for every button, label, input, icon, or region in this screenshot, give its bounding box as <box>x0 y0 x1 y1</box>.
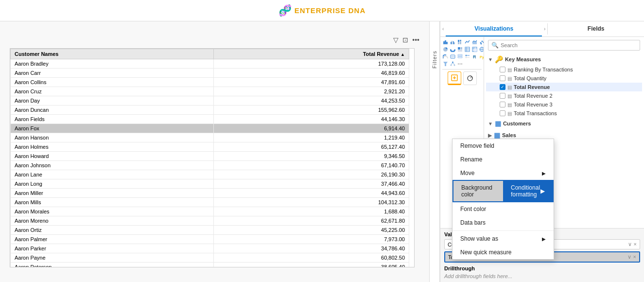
data-table-container: Customer Names Total Revenue ▲ Aaron Bra… <box>10 48 415 267</box>
viz-icon-table[interactable] <box>464 46 470 53</box>
more-icon[interactable]: ••• <box>412 36 419 44</box>
field-checkbox-transactions[interactable] <box>500 110 505 116</box>
viz-icon-card[interactable]: 123 <box>450 53 456 60</box>
viz-format-icon[interactable] <box>448 71 461 85</box>
viz-icon-map[interactable] <box>479 46 484 53</box>
table-row[interactable]: Aaron Mills104,312.30 <box>11 198 409 207</box>
field-ranking-transactions[interactable]: ▤ Ranking By Transactions <box>486 65 642 74</box>
table-row[interactable]: Aaron Collins47,891.60 <box>11 78 409 87</box>
viz-icon-slicer[interactable] <box>464 53 470 60</box>
field-type-icon-revenue2: ▤ <box>507 93 512 99</box>
table-row[interactable]: Aaron Day44,253.50 <box>11 96 409 106</box>
chip-expand-icon-revenue[interactable]: ∨ <box>627 254 631 260</box>
table-row[interactable]: Aaron Fox6,914.40 <box>11 124 409 133</box>
viz-icon-r[interactable]: R <box>471 53 478 60</box>
search-box[interactable]: 🔍 <box>488 40 640 51</box>
table-row[interactable]: Aaron Carr46,819.60 <box>11 69 409 78</box>
table-row[interactable]: Aaron Holmes65,127.40 <box>11 142 409 152</box>
frame-icon[interactable]: ⊡ <box>402 36 408 44</box>
field-total-transactions[interactable]: ▤ Total Transactions <box>486 109 642 118</box>
viz-icon-treemap[interactable] <box>457 46 463 53</box>
viz-icon-pie[interactable] <box>442 46 449 53</box>
viz-icon-more[interactable] <box>457 61 463 67</box>
table-row[interactable]: Aaron Hanson1,219.40 <box>11 133 409 142</box>
viz-icon-scatter[interactable] <box>479 39 484 45</box>
svg-line-46 <box>451 63 453 65</box>
viz-icon-py[interactable]: Py <box>479 53 484 60</box>
table-row[interactable]: Aaron Bradley173,128.00 <box>11 59 409 69</box>
viz-icon-bar[interactable] <box>442 39 449 45</box>
viz-icon-multirow-card[interactable] <box>457 53 463 60</box>
group-key-measures[interactable]: ▼ 🔑 Key Measures <box>486 53 642 65</box>
field-checkbox-ranking[interactable] <box>500 67 505 72</box>
svg-text:R: R <box>473 54 476 59</box>
viz-icon-area[interactable] <box>471 39 478 45</box>
table-row[interactable]: Aaron Johnson67,140.70 <box>11 161 409 170</box>
tab-fields[interactable]: Fields <box>548 21 644 36</box>
ctx-data-bars[interactable]: Data bars <box>453 216 554 229</box>
ctx-move[interactable]: Move ▶ <box>453 166 554 180</box>
filters-panel[interactable]: Filters <box>429 21 440 282</box>
viz-icon-stacked-100bar[interactable] <box>457 39 463 45</box>
field-total-revenue3[interactable]: ▤ Total Revenue 3 <box>486 100 642 109</box>
viz-right-arrow[interactable]: › <box>542 21 547 36</box>
field-total-revenue[interactable]: ✓ ▤ Total Revenue <box>486 83 642 91</box>
chip-expand-icon[interactable]: ∨ <box>628 241 632 247</box>
ctx-show-value-as[interactable]: Show value as ▶ <box>453 232 554 246</box>
field-type-icon-transactions: ▤ <box>507 111 512 116</box>
svg-point-15 <box>481 43 482 45</box>
field-total-revenue2[interactable]: ▤ Total Revenue 2 <box>486 91 642 100</box>
table-row[interactable]: Aaron Duncan155,962.60 <box>11 106 409 115</box>
col-header-revenue[interactable]: Total Revenue ▲ <box>214 49 409 59</box>
table-row[interactable]: Aaron Lane26,190.30 <box>11 170 409 179</box>
field-checkbox-revenue3[interactable] <box>500 102 505 107</box>
chip-remove-icon-revenue[interactable]: × <box>633 254 636 260</box>
viz-icon-matrix[interactable] <box>471 46 478 53</box>
panel-left-arrow[interactable]: ‹ <box>440 21 446 36</box>
ctx-remove-field[interactable]: Remove field <box>453 139 554 153</box>
col-header-customer[interactable]: Customer Names <box>11 49 214 59</box>
table-row[interactable]: Aaron Cruz2,921.20 <box>11 87 409 96</box>
search-input[interactable] <box>501 42 637 48</box>
chip-actions-customer[interactable]: ∨ × <box>628 241 637 247</box>
viz-analytics-icon[interactable] <box>463 71 477 85</box>
table-row[interactable]: Aaron Fields44,146.30 <box>11 115 409 124</box>
filter-icon[interactable]: ▽ <box>393 36 399 44</box>
svg-line-47 <box>453 63 455 65</box>
ctx-background-color[interactable]: Background color <box>453 181 503 201</box>
field-checkbox-quantity[interactable] <box>500 75 505 81</box>
viz-icon-donut[interactable] <box>450 46 456 53</box>
viz-icon-funnel[interactable] <box>442 61 449 67</box>
table-row[interactable]: Aaron Parker34,786.40 <box>11 244 409 253</box>
ctx-background-color-row: Background color Conditional formatting … <box>453 180 554 202</box>
tab-visualizations[interactable]: Visualizations <box>446 21 542 36</box>
viz-icons-grid: 123 R Py <box>442 39 482 67</box>
key-measures-items: ▤ Ranking By Transactions ▤ Total Quanti… <box>486 65 642 118</box>
ctx-rename[interactable]: Rename <box>453 153 554 166</box>
viz-icon-line[interactable] <box>464 39 470 45</box>
table-row[interactable]: Aaron Ortiz45,225.00 <box>11 226 409 235</box>
table-row[interactable]: Aaron Payne60,802.50 <box>11 253 409 263</box>
group-customers[interactable]: ▼ ▦ Customers <box>486 118 642 129</box>
ctx-font-color[interactable]: Font color <box>453 202 554 216</box>
table-row[interactable]: Aaron Peterson38,605.40 <box>11 263 409 267</box>
table-row[interactable]: Aaron Moreno62,671.80 <box>11 216 409 226</box>
table-row[interactable]: Aaron Long37,466.40 <box>11 179 409 189</box>
viz-icon-decomp[interactable] <box>450 61 456 67</box>
ctx-new-quick-measure[interactable]: New quick measure <box>453 246 554 259</box>
field-checkbox-revenue2[interactable] <box>500 93 505 99</box>
ctx-conditional-formatting[interactable]: Conditional formatting ▶ <box>503 181 553 201</box>
viz-icon-gauge[interactable] <box>442 53 449 60</box>
chip-actions-revenue[interactable]: ∨ × <box>627 254 636 260</box>
table-row[interactable]: Aaron Palmer7,973.00 <box>11 235 409 244</box>
table-row[interactable]: Aaron Morales1,688.40 <box>11 207 409 216</box>
filters-label[interactable]: Filters <box>432 51 437 69</box>
field-total-quantity[interactable]: ▤ Total Quantity <box>486 74 642 83</box>
table-row[interactable]: Aaron Miller44,943.60 <box>11 189 409 198</box>
field-type-icon-revenue: ▤ <box>507 85 512 90</box>
chip-remove-icon[interactable]: × <box>634 241 637 247</box>
field-checkbox-revenue[interactable]: ✓ <box>500 84 505 90</box>
table-row[interactable]: Aaron Howard9,346.50 <box>11 152 409 161</box>
search-icon: 🔍 <box>491 42 499 49</box>
viz-icon-clustered-bar[interactable] <box>450 39 456 45</box>
